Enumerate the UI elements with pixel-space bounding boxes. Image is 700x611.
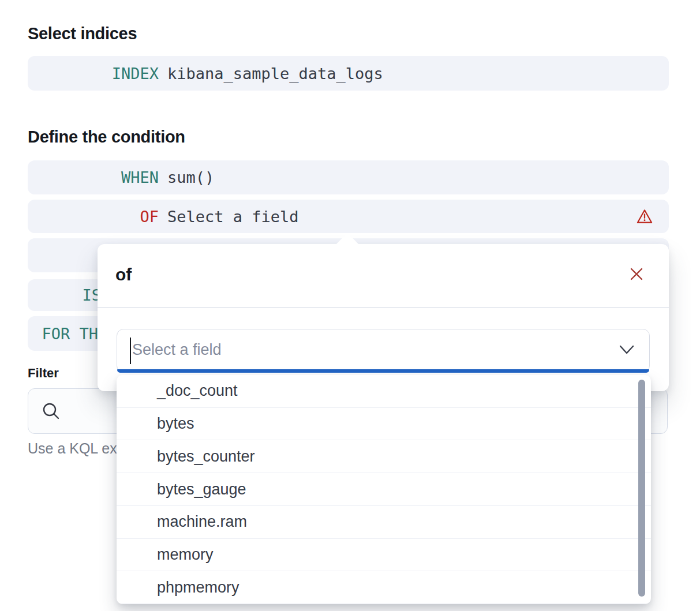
filter-label: Filter bbox=[28, 366, 59, 381]
field-option-bytes-gauge[interactable]: bytes_gauge bbox=[117, 473, 651, 506]
text-cursor bbox=[130, 338, 131, 364]
index-keyword: INDEX bbox=[28, 65, 159, 83]
is-keyword: IS bbox=[28, 286, 101, 304]
when-keyword: WHEN bbox=[28, 168, 159, 186]
warning-icon bbox=[637, 208, 653, 224]
when-expression[interactable]: WHEN sum() bbox=[28, 160, 669, 194]
select-indices-heading: Select indices bbox=[28, 24, 137, 43]
close-popover-button[interactable] bbox=[627, 265, 646, 283]
define-condition-heading: Define the condition bbox=[28, 128, 185, 147]
for-the-last-keyword: FOR TH bbox=[28, 325, 98, 343]
of-expression[interactable]: OF Select a field bbox=[28, 200, 669, 233]
field-option-bytes[interactable]: bytes bbox=[117, 408, 651, 441]
of-value: Select a field bbox=[167, 208, 299, 226]
kql-help-text: Use a KQL ex bbox=[28, 440, 117, 457]
field-option-memory[interactable]: memory bbox=[117, 539, 651, 572]
popover-header: of bbox=[98, 244, 669, 308]
search-icon bbox=[41, 401, 62, 422]
index-expression[interactable]: INDEX kibana_sample_data_logs bbox=[28, 56, 669, 91]
of-field-popover: of Select a field bbox=[98, 244, 669, 391]
field-option-phpmemory[interactable]: phpmemory bbox=[117, 571, 651, 604]
field-options-list: _doc_count bytes bytes_counter bytes_gau… bbox=[117, 375, 651, 604]
field-option-bytes-counter[interactable]: bytes_counter bbox=[117, 440, 651, 473]
index-value: kibana_sample_data_logs bbox=[167, 65, 383, 83]
when-value: sum() bbox=[167, 168, 214, 186]
chevron-down-icon[interactable] bbox=[618, 343, 635, 357]
rule-condition-page: Select indices INDEX kibana_sample_data_… bbox=[0, 0, 700, 611]
popover-title: of bbox=[115, 265, 132, 284]
field-combobox-placeholder: Select a field bbox=[132, 329, 222, 370]
close-icon bbox=[627, 265, 646, 283]
field-combobox[interactable]: Select a field bbox=[117, 329, 650, 373]
field-option-doc-count[interactable]: _doc_count bbox=[117, 375, 651, 408]
field-option-machine-ram[interactable]: machine.ram bbox=[117, 506, 651, 539]
of-keyword: OF bbox=[28, 208, 159, 226]
scrollbar-thumb[interactable] bbox=[638, 380, 645, 597]
